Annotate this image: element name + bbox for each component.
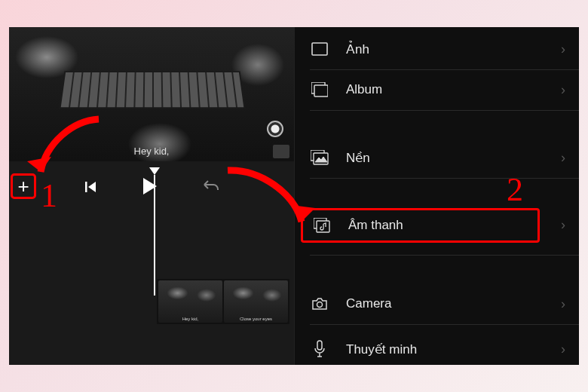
annotation-step-2: 2: [507, 170, 523, 209]
audio-indicator-icon: [273, 145, 289, 158]
divider: [310, 178, 579, 179]
undo-icon: [202, 178, 220, 196]
chevron-right-icon: ›: [561, 82, 565, 98]
chevron-right-icon: ›: [561, 41, 565, 57]
svg-marker-13: [291, 205, 315, 222]
record-indicator-icon: [267, 121, 283, 137]
svg-rect-11: [317, 341, 322, 350]
annotation-arrow-2: [219, 163, 317, 238]
svg-point-10: [317, 302, 323, 308]
menu-item-background[interactable]: Nền ›: [295, 139, 579, 176]
clip-thumbnail[interactable]: [224, 280, 288, 323]
menu-item-label: Nền: [346, 150, 370, 166]
chevron-right-icon: ›: [561, 296, 565, 312]
menu-item-label: Camera: [346, 296, 391, 311]
photo-icon: [310, 42, 329, 56]
chevron-right-icon: ›: [561, 341, 565, 357]
divider: [310, 324, 579, 325]
divider: [310, 69, 579, 70]
chevron-right-icon: ›: [561, 150, 565, 166]
menu-item-label: Album: [346, 82, 382, 97]
svg-rect-5: [314, 85, 328, 96]
media-source-panel: Ảnh › Album › Nền › Âm thanh ›: [294, 27, 579, 365]
svg-marker-2: [143, 178, 157, 194]
play-icon: [142, 177, 158, 195]
annotation-arrow-1: [27, 113, 110, 188]
timeline-clips[interactable]: [157, 279, 289, 324]
svg-marker-12: [27, 157, 51, 172]
undo-button[interactable]: [202, 178, 220, 200]
play-button[interactable]: [142, 177, 158, 201]
divider: [310, 255, 579, 256]
menu-item-label: Âm thanh: [348, 218, 403, 233]
menu-item-narration[interactable]: Thuyết minh ›: [295, 330, 579, 368]
menu-item-label: Thuyết minh: [346, 341, 417, 357]
divider: [310, 110, 579, 111]
svg-rect-3: [312, 43, 327, 55]
menu-item-album[interactable]: Album ›: [295, 71, 579, 109]
chevron-right-icon: ›: [561, 217, 565, 233]
video-content: [59, 71, 245, 109]
menu-item-photo[interactable]: Ảnh ›: [295, 30, 579, 68]
annotation-step-1: 1: [41, 176, 57, 215]
album-icon: [310, 82, 329, 97]
microphone-icon: [310, 340, 329, 358]
menu-item-camera[interactable]: Camera ›: [295, 285, 579, 323]
menu-item-audio[interactable]: Âm thanh: [301, 208, 540, 243]
menu-item-label: Ảnh: [346, 41, 369, 57]
clip-thumbnail[interactable]: [158, 280, 222, 323]
camera-icon: [310, 297, 329, 311]
